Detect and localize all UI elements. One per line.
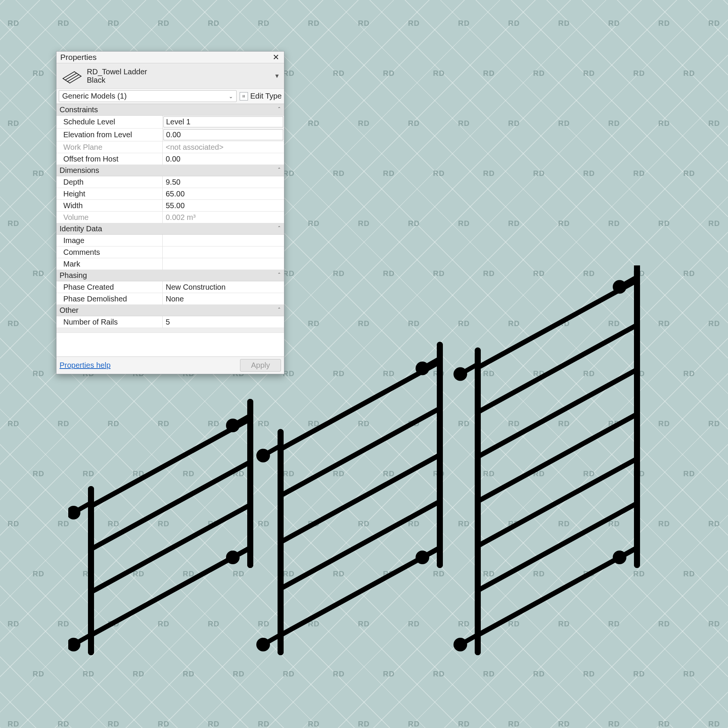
property-label: Work Plane (56, 141, 162, 153)
property-grid: ConstraintsˆSchedule LevelElevation from… (56, 104, 284, 333)
property-label: Depth (56, 176, 162, 188)
property-value-input[interactable] (163, 188, 275, 199)
property-value-cell (162, 316, 284, 328)
property-value-cell (162, 141, 284, 153)
property-label: Elevation from Level (56, 129, 162, 141)
property-label: Height (56, 188, 162, 199)
property-value-cell (162, 235, 284, 246)
svg-line-61 (70, 76, 81, 83)
svg-point-55 (475, 649, 481, 655)
svg-line-58 (63, 72, 74, 78)
type-name-family: RD_Towel Ladder (87, 67, 147, 76)
property-row: Height (56, 188, 284, 200)
svg-line-49 (478, 459, 637, 546)
property-value-cell (162, 116, 284, 128)
property-row: Image (56, 235, 284, 246)
property-value-cell (162, 258, 284, 270)
property-value-input (163, 212, 284, 223)
svg-line-51 (478, 548, 637, 635)
property-label: Comments (56, 246, 162, 258)
svg-point-57 (634, 562, 640, 568)
property-row: Mark (56, 258, 284, 270)
category-selector-text: Generic Models (1) (62, 92, 127, 100)
property-value-cell (162, 281, 284, 293)
svg-line-45 (478, 281, 637, 368)
category-selector[interactable]: Generic Models (1) ⌄ (59, 90, 237, 102)
property-label: Offset from Host (56, 153, 162, 165)
type-name-type: Black (87, 76, 147, 84)
panel-title-text: Properties (60, 53, 97, 62)
chevron-down-icon: ⌄ (229, 93, 233, 99)
property-row: Offset from Host (56, 153, 284, 165)
svg-point-17 (247, 562, 253, 568)
svg-point-33 (278, 429, 284, 435)
svg-line-27 (281, 408, 440, 496)
property-row: Depth (56, 176, 284, 188)
collapse-icon: ˆ (278, 272, 280, 279)
property-value-cell (162, 176, 284, 188)
apply-button[interactable]: Apply (240, 359, 281, 372)
property-value-input[interactable] (163, 154, 284, 165)
chevron-down-icon[interactable]: ▾ (275, 72, 280, 80)
properties-panel: Properties ✕ RD_Towel Ladder Black ▾ (56, 51, 284, 374)
property-value-input[interactable] (163, 129, 283, 140)
property-value-cell (162, 129, 284, 141)
property-row: Elevation from Level (56, 129, 284, 141)
property-row: Work Plane (56, 141, 284, 153)
svg-point-16 (247, 399, 253, 405)
svg-point-15 (88, 649, 94, 655)
svg-point-14 (88, 486, 94, 492)
group-header[interactable]: Constraintsˆ (56, 104, 284, 116)
property-label: Schedule Level (56, 116, 162, 128)
group-title: Constraints (60, 105, 98, 114)
property-label: Number of Rails (56, 316, 162, 328)
property-value-cell (162, 246, 284, 258)
svg-line-46 (478, 325, 637, 412)
property-row: Phase Created (56, 281, 284, 293)
property-value-input[interactable] (163, 282, 275, 293)
svg-line-26 (281, 362, 440, 449)
property-value-cell (162, 153, 284, 165)
property-value-input[interactable] (163, 317, 275, 328)
type-thumbnail (60, 66, 83, 85)
property-value-input[interactable] (163, 293, 275, 304)
svg-point-35 (437, 342, 443, 348)
svg-point-38 (453, 367, 467, 381)
group-header[interactable]: Dimensionsˆ (56, 165, 284, 176)
svg-line-47 (478, 370, 637, 457)
type-name: RD_Towel Ladder Black (87, 67, 147, 84)
group-header[interactable]: Identity Dataˆ (56, 223, 284, 235)
group-title: Identity Data (60, 224, 102, 233)
property-value-input[interactable] (163, 200, 275, 211)
property-value-input[interactable] (163, 116, 283, 127)
group-title: Phasing (60, 271, 87, 280)
group-header[interactable]: Otherˆ (56, 305, 284, 316)
property-label: Image (56, 235, 162, 246)
property-row: Comments (56, 246, 284, 258)
property-value-input[interactable] (163, 177, 275, 188)
collapse-icon: ˆ (278, 307, 280, 314)
grid-spacer (56, 333, 284, 356)
collapse-icon: ˆ (278, 167, 280, 174)
edit-type-button[interactable]: ⌗ Edit Type (240, 92, 282, 100)
group-title: Other (60, 306, 78, 315)
property-value-input[interactable] (163, 235, 284, 246)
property-value-input (163, 142, 284, 153)
close-icon[interactable]: ✕ (271, 52, 281, 62)
property-label: Phase Demolished (56, 293, 162, 304)
grid-end-strip (56, 328, 284, 333)
properties-help-link[interactable]: Properties help (60, 361, 111, 370)
svg-point-34 (278, 649, 284, 655)
property-value-input[interactable] (163, 247, 284, 258)
panel-titlebar[interactable]: Properties ✕ (56, 52, 284, 63)
svg-line-10 (91, 505, 250, 592)
property-value-input[interactable] (163, 259, 284, 270)
collapse-icon: ˆ (278, 107, 280, 113)
svg-line-8 (91, 419, 250, 506)
svg-line-11 (91, 548, 250, 635)
svg-point-40 (453, 638, 467, 651)
group-header[interactable]: Phasingˆ (56, 270, 284, 281)
type-selector-row[interactable]: RD_Towel Ladder Black ▾ (56, 63, 284, 89)
property-label: Width (56, 200, 162, 211)
svg-line-29 (281, 501, 440, 588)
